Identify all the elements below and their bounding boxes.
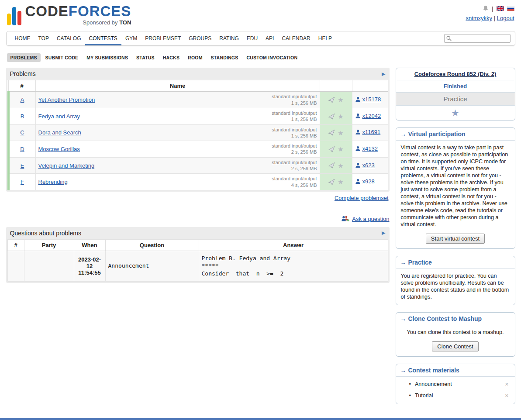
- nav-home[interactable]: HOME: [11, 31, 35, 45]
- footer-top-bar: [0, 418, 521, 420]
- start-virtual-contest-button[interactable]: Start virtual contest: [426, 234, 485, 244]
- nav-contests[interactable]: CONTESTS: [85, 31, 121, 45]
- contest-materials-title: → Contest materials: [396, 364, 515, 377]
- nav-edu[interactable]: EDU: [243, 31, 262, 45]
- problem-name-link[interactable]: Moscow Gorillas: [38, 146, 80, 152]
- logo-text: CODEFORCES: [25, 4, 131, 18]
- solved-count-link[interactable]: x928: [355, 178, 375, 185]
- solved-count-link[interactable]: x15178: [355, 96, 381, 103]
- questions-table: # Party When Question Answer 2023-02-12 …: [7, 239, 388, 282]
- favorite-star-icon[interactable]: ★: [338, 178, 343, 186]
- tab-standings[interactable]: STANDINGS: [207, 53, 242, 62]
- submit-plane-icon[interactable]: [328, 113, 335, 120]
- tab-room[interactable]: ROOM: [184, 53, 206, 62]
- problems-col-name: Name: [35, 80, 320, 92]
- username-link[interactable]: sntmxykky: [466, 15, 492, 21]
- tab-hacks[interactable]: HACKS: [159, 53, 183, 62]
- nav-gym[interactable]: GYM: [121, 31, 141, 45]
- virtual-participation-box: → Virtual participation Virtual contest …: [396, 127, 515, 249]
- problem-index-link[interactable]: A: [21, 96, 24, 103]
- logo-bars-icon: [7, 7, 21, 26]
- favorite-star-icon[interactable]: ★: [338, 145, 343, 153]
- question-answer: Problem B. Fedya and Array ***** Conside…: [199, 251, 388, 281]
- contest-status: Finished: [444, 83, 467, 90]
- problem-index-link[interactable]: C: [20, 129, 24, 136]
- question-when: 2023-02-12 11:54:55: [74, 251, 105, 281]
- nav-problemset[interactable]: PROBLEMSET: [141, 31, 185, 45]
- flag-ru-icon[interactable]: [507, 6, 514, 11]
- problem-constraints: standard input/output1 s, 256 MB: [272, 93, 317, 106]
- contest-mode: Practice: [443, 95, 467, 103]
- nav-api[interactable]: API: [262, 31, 278, 45]
- submit-plane-icon[interactable]: [328, 162, 335, 169]
- nav-catalog[interactable]: CATALOG: [53, 31, 85, 45]
- solved-count-link[interactable]: x12042: [355, 113, 381, 119]
- nav-top[interactable]: TOP: [35, 31, 53, 45]
- favorite-star-icon[interactable]: ★: [338, 96, 343, 103]
- submit-plane-icon[interactable]: [328, 96, 335, 103]
- questions-col-when: When: [74, 239, 105, 251]
- clone-mashup-box: → Clone Contest to Mashup You can clone …: [396, 312, 515, 357]
- problem-index-link[interactable]: F: [21, 179, 24, 185]
- solved-count-link[interactable]: x623: [355, 162, 375, 169]
- bell-icon[interactable]: [483, 5, 489, 12]
- virtual-participation-text: Virtual contest is a way to take part in…: [396, 141, 515, 232]
- nav-groups[interactable]: GROUPS: [185, 31, 215, 45]
- practice-text: You are registered for practice. You can…: [396, 269, 515, 305]
- nav-rating[interactable]: RATING: [215, 31, 242, 45]
- tab-submit-code[interactable]: SUBMIT CODE: [42, 53, 82, 62]
- codeforces-logo[interactable]: CODEFORCES Sponsored by TON: [7, 4, 131, 26]
- problem-name-link[interactable]: Yet Another Promotion: [38, 96, 95, 103]
- ask-question-link[interactable]: Ask a question: [352, 216, 389, 222]
- submit-plane-icon[interactable]: [328, 179, 335, 186]
- close-icon[interactable]: ×: [505, 392, 508, 399]
- clone-contest-button[interactable]: Clone Contest: [432, 341, 478, 351]
- main-column: Problems ▶ # Name A: [6, 68, 390, 282]
- questions-col-answer: Answer: [199, 239, 388, 251]
- nav-calendar[interactable]: CALENDAR: [278, 31, 314, 45]
- problems-table: # Name A Yet Another Promotionstandard i…: [7, 80, 388, 190]
- favorite-star-icon[interactable]: ★: [338, 113, 343, 120]
- submit-plane-icon[interactable]: [328, 146, 335, 153]
- material-tutorial-link[interactable]: Tutorial: [415, 392, 433, 399]
- solved-count-link[interactable]: x4132: [355, 145, 378, 152]
- flag-uk-icon[interactable]: [497, 6, 504, 11]
- problem-row: F Rebrendingstandard input/output4 s, 25…: [8, 174, 388, 190]
- problem-name-link[interactable]: Fedya and Array: [38, 113, 80, 120]
- problem-name-link[interactable]: Velepin and Marketing: [38, 162, 95, 169]
- tab-custom-invocation[interactable]: CUSTOM INVOCATION: [243, 53, 301, 62]
- questions-col-party: Party: [24, 239, 74, 251]
- problems-expand-arrow-icon[interactable]: ▶: [382, 71, 385, 77]
- search-input[interactable]: [444, 34, 511, 43]
- material-announcement-link[interactable]: Announcement: [415, 381, 452, 387]
- material-item: Tutorial ×: [401, 390, 510, 401]
- tab-status[interactable]: STATUS: [133, 53, 158, 62]
- problem-name-link[interactable]: Rebrending: [38, 179, 68, 185]
- contest-favorite-star-icon[interactable]: ★: [451, 108, 459, 118]
- logout-link[interactable]: Logout: [497, 15, 514, 21]
- submit-plane-icon[interactable]: [328, 129, 335, 136]
- solved-count-link[interactable]: x11691: [355, 129, 381, 135]
- material-item: Announcement ×: [401, 379, 510, 390]
- problem-constraints: standard input/output2 s, 256 MB: [272, 159, 317, 172]
- problem-index-link[interactable]: E: [21, 162, 24, 169]
- problem-row: D Moscow Gorillasstandard input/output2 …: [8, 141, 388, 158]
- sponsored-by-ton: Sponsored by TON: [25, 19, 131, 26]
- problem-index-link[interactable]: B: [21, 113, 24, 120]
- close-icon[interactable]: ×: [505, 381, 508, 387]
- tab-problems[interactable]: PROBLEMS: [7, 53, 41, 62]
- contest-materials-box: → Contest materials Announcement × Tutor…: [396, 364, 515, 404]
- problem-constraints: standard input/output2 s, 256 MB: [272, 143, 317, 155]
- problem-index-link[interactable]: D: [20, 146, 24, 152]
- favorite-star-icon[interactable]: ★: [338, 162, 343, 169]
- nav-help[interactable]: HELP: [314, 31, 336, 45]
- tab-my-submissions[interactable]: MY SUBMISSIONS: [83, 53, 131, 62]
- contest-title-link[interactable]: Codeforces Round 852 (Div. 2): [414, 71, 497, 77]
- problem-name-link[interactable]: Dora and Search: [38, 129, 81, 136]
- complete-problemset-link[interactable]: Complete problemset: [335, 195, 389, 201]
- questions-expand-arrow-icon[interactable]: ▶: [382, 230, 385, 236]
- page: CODEFORCES Sponsored by TON | sntmxykky …: [6, 0, 515, 411]
- search-icon: [446, 35, 452, 41]
- clone-mashup-text: You can clone this contest to a mashup.: [396, 325, 515, 340]
- favorite-star-icon[interactable]: ★: [338, 129, 343, 137]
